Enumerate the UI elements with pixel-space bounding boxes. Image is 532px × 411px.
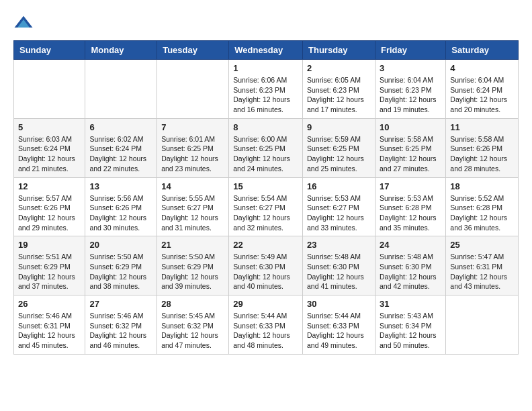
calendar-week-4: 19Sunrise: 5:51 AM Sunset: 6:29 PM Dayli… bbox=[14, 236, 519, 295]
day-info: Sunrise: 6:02 AM Sunset: 6:24 PM Dayligh… bbox=[89, 134, 152, 174]
day-info: Sunrise: 5:49 AM Sunset: 6:30 PM Dayligh… bbox=[233, 252, 298, 291]
day-info: Sunrise: 6:05 AM Sunset: 6:23 PM Dayligh… bbox=[307, 75, 371, 115]
day-info: Sunrise: 5:52 AM Sunset: 6:28 PM Dayligh… bbox=[450, 193, 514, 233]
calendar-header-wednesday: Wednesday bbox=[229, 41, 303, 60]
calendar-cell: 13Sunrise: 5:56 AM Sunset: 6:26 PM Dayli… bbox=[85, 177, 157, 236]
calendar-header-sunday: Sunday bbox=[14, 41, 85, 60]
day-number: 3 bbox=[380, 63, 441, 73]
day-info: Sunrise: 5:58 AM Sunset: 6:25 PM Dayligh… bbox=[380, 134, 441, 174]
day-info: Sunrise: 6:04 AM Sunset: 6:24 PM Dayligh… bbox=[450, 75, 514, 115]
calendar-week-3: 12Sunrise: 5:57 AM Sunset: 6:26 PM Dayli… bbox=[14, 177, 519, 236]
day-number: 11 bbox=[450, 122, 514, 132]
calendar-cell: 7Sunrise: 6:01 AM Sunset: 6:25 PM Daylig… bbox=[157, 118, 229, 177]
day-info: Sunrise: 6:00 AM Sunset: 6:25 PM Dayligh… bbox=[233, 134, 298, 174]
day-info: Sunrise: 5:59 AM Sunset: 6:25 PM Dayligh… bbox=[307, 134, 371, 174]
day-info: Sunrise: 5:48 AM Sunset: 6:30 PM Dayligh… bbox=[380, 252, 441, 291]
day-number: 9 bbox=[307, 122, 371, 132]
day-info: Sunrise: 5:46 AM Sunset: 6:31 PM Dayligh… bbox=[18, 311, 81, 351]
day-number: 20 bbox=[89, 240, 152, 250]
day-info: Sunrise: 5:50 AM Sunset: 6:29 PM Dayligh… bbox=[89, 252, 152, 291]
calendar-cell: 10Sunrise: 5:58 AM Sunset: 6:25 PM Dayli… bbox=[375, 118, 445, 177]
day-number: 19 bbox=[18, 240, 81, 250]
calendar-cell: 21Sunrise: 5:50 AM Sunset: 6:29 PM Dayli… bbox=[157, 236, 229, 295]
day-number: 10 bbox=[380, 122, 441, 132]
day-info: Sunrise: 5:45 AM Sunset: 6:32 PM Dayligh… bbox=[161, 311, 224, 351]
calendar-cell: 24Sunrise: 5:48 AM Sunset: 6:30 PM Dayli… bbox=[375, 236, 445, 295]
calendar-cell: 8Sunrise: 6:00 AM Sunset: 6:25 PM Daylig… bbox=[229, 118, 303, 177]
calendar-cell: 30Sunrise: 5:44 AM Sunset: 6:33 PM Dayli… bbox=[303, 295, 375, 355]
calendar-cell: 18Sunrise: 5:52 AM Sunset: 6:28 PM Dayli… bbox=[446, 177, 519, 236]
day-number: 1 bbox=[233, 63, 298, 73]
calendar-cell: 29Sunrise: 5:44 AM Sunset: 6:33 PM Dayli… bbox=[229, 295, 303, 355]
day-number: 25 bbox=[450, 240, 514, 250]
calendar-cell: 6Sunrise: 6:02 AM Sunset: 6:24 PM Daylig… bbox=[85, 118, 157, 177]
calendar-cell: 31Sunrise: 5:43 AM Sunset: 6:34 PM Dayli… bbox=[375, 295, 445, 355]
day-info: Sunrise: 5:44 AM Sunset: 6:33 PM Dayligh… bbox=[307, 311, 371, 351]
day-info: Sunrise: 5:53 AM Sunset: 6:27 PM Dayligh… bbox=[307, 193, 371, 233]
calendar-cell: 22Sunrise: 5:49 AM Sunset: 6:30 PM Dayli… bbox=[229, 236, 303, 295]
calendar-week-5: 26Sunrise: 5:46 AM Sunset: 6:31 PM Dayli… bbox=[14, 295, 519, 355]
day-number: 30 bbox=[307, 299, 371, 309]
day-number: 29 bbox=[233, 299, 298, 309]
calendar-cell: 17Sunrise: 5:53 AM Sunset: 6:28 PM Dayli… bbox=[375, 177, 445, 236]
day-info: Sunrise: 5:57 AM Sunset: 6:26 PM Dayligh… bbox=[18, 193, 81, 233]
day-info: Sunrise: 5:54 AM Sunset: 6:27 PM Dayligh… bbox=[233, 193, 298, 233]
calendar-cell: 14Sunrise: 5:55 AM Sunset: 6:27 PM Dayli… bbox=[157, 177, 229, 236]
calendar-header-friday: Friday bbox=[375, 41, 445, 60]
logo bbox=[13, 13, 36, 34]
calendar-header-monday: Monday bbox=[85, 41, 157, 60]
day-number: 31 bbox=[380, 299, 441, 309]
day-info: Sunrise: 5:55 AM Sunset: 6:27 PM Dayligh… bbox=[161, 193, 224, 233]
day-number: 21 bbox=[161, 240, 224, 250]
calendar-cell: 9Sunrise: 5:59 AM Sunset: 6:25 PM Daylig… bbox=[303, 118, 375, 177]
calendar-cell: 27Sunrise: 5:46 AM Sunset: 6:32 PM Dayli… bbox=[85, 295, 157, 355]
calendar-cell: 20Sunrise: 5:50 AM Sunset: 6:29 PM Dayli… bbox=[85, 236, 157, 295]
day-number: 13 bbox=[89, 181, 152, 191]
day-number: 12 bbox=[18, 181, 81, 191]
logo-icon bbox=[13, 13, 34, 34]
day-info: Sunrise: 6:01 AM Sunset: 6:25 PM Dayligh… bbox=[161, 134, 224, 174]
day-info: Sunrise: 5:48 AM Sunset: 6:30 PM Dayligh… bbox=[307, 252, 371, 291]
day-number: 26 bbox=[18, 299, 81, 309]
calendar-cell: 25Sunrise: 5:47 AM Sunset: 6:31 PM Dayli… bbox=[446, 236, 519, 295]
calendar-cell: 16Sunrise: 5:53 AM Sunset: 6:27 PM Dayli… bbox=[303, 177, 375, 236]
day-info: Sunrise: 5:50 AM Sunset: 6:29 PM Dayligh… bbox=[161, 252, 224, 291]
calendar-cell bbox=[85, 60, 157, 119]
calendar-header-row: SundayMondayTuesdayWednesdayThursdayFrid… bbox=[14, 41, 519, 60]
calendar-cell: 11Sunrise: 5:58 AM Sunset: 6:26 PM Dayli… bbox=[446, 118, 519, 177]
day-number: 17 bbox=[380, 181, 441, 191]
day-number: 2 bbox=[307, 63, 371, 73]
day-number: 6 bbox=[89, 122, 152, 132]
calendar-cell: 3Sunrise: 6:04 AM Sunset: 6:23 PM Daylig… bbox=[375, 60, 445, 119]
day-number: 27 bbox=[89, 299, 152, 309]
day-info: Sunrise: 5:56 AM Sunset: 6:26 PM Dayligh… bbox=[89, 193, 152, 233]
day-number: 22 bbox=[233, 240, 298, 250]
page-header bbox=[13, 13, 519, 34]
calendar-cell: 2Sunrise: 6:05 AM Sunset: 6:23 PM Daylig… bbox=[303, 60, 375, 119]
day-info: Sunrise: 6:06 AM Sunset: 6:23 PM Dayligh… bbox=[233, 75, 298, 115]
calendar-cell: 1Sunrise: 6:06 AM Sunset: 6:23 PM Daylig… bbox=[229, 60, 303, 119]
day-info: Sunrise: 5:43 AM Sunset: 6:34 PM Dayligh… bbox=[380, 311, 441, 351]
calendar-cell: 12Sunrise: 5:57 AM Sunset: 6:26 PM Dayli… bbox=[14, 177, 85, 236]
calendar-week-2: 5Sunrise: 6:03 AM Sunset: 6:24 PM Daylig… bbox=[14, 118, 519, 177]
calendar-cell: 15Sunrise: 5:54 AM Sunset: 6:27 PM Dayli… bbox=[229, 177, 303, 236]
day-info: Sunrise: 5:46 AM Sunset: 6:32 PM Dayligh… bbox=[89, 311, 152, 351]
calendar-cell: 5Sunrise: 6:03 AM Sunset: 6:24 PM Daylig… bbox=[14, 118, 85, 177]
calendar-header-saturday: Saturday bbox=[446, 41, 519, 60]
day-number: 4 bbox=[450, 63, 514, 73]
day-info: Sunrise: 5:44 AM Sunset: 6:33 PM Dayligh… bbox=[233, 311, 298, 351]
calendar-cell: 4Sunrise: 6:04 AM Sunset: 6:24 PM Daylig… bbox=[446, 60, 519, 119]
calendar-header-thursday: Thursday bbox=[303, 41, 375, 60]
calendar-week-1: 1Sunrise: 6:06 AM Sunset: 6:23 PM Daylig… bbox=[14, 60, 519, 119]
calendar-cell: 23Sunrise: 5:48 AM Sunset: 6:30 PM Dayli… bbox=[303, 236, 375, 295]
day-number: 5 bbox=[18, 122, 81, 132]
day-info: Sunrise: 6:04 AM Sunset: 6:23 PM Dayligh… bbox=[380, 75, 441, 115]
day-info: Sunrise: 5:47 AM Sunset: 6:31 PM Dayligh… bbox=[450, 252, 514, 291]
calendar-cell bbox=[446, 295, 519, 355]
day-info: Sunrise: 5:58 AM Sunset: 6:26 PM Dayligh… bbox=[450, 134, 514, 174]
day-number: 16 bbox=[307, 181, 371, 191]
day-info: Sunrise: 5:53 AM Sunset: 6:28 PM Dayligh… bbox=[380, 193, 441, 233]
day-number: 28 bbox=[161, 299, 224, 309]
day-info: Sunrise: 6:03 AM Sunset: 6:24 PM Dayligh… bbox=[18, 134, 81, 174]
day-number: 15 bbox=[233, 181, 298, 191]
